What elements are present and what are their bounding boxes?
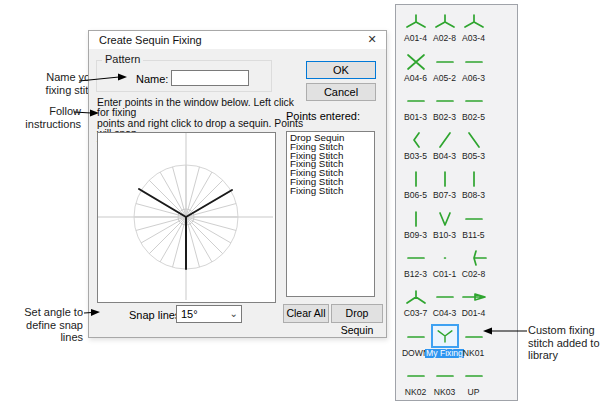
stitch-icon-box[interactable] [402,286,430,308]
library-item-nk01[interactable]: NK01 [459,321,488,360]
diagf-stitch-icon [431,130,459,150]
cross-stitch-icon [402,52,430,72]
library-item-label: C02-8 [462,270,485,279]
stitch-icon-box[interactable] [402,168,430,190]
linetri-stitch-icon [460,287,488,307]
library-item-label: B08-3 [462,191,485,200]
library-item-b02-5[interactable]: B02-5 [459,86,488,125]
library-item-nk02[interactable]: NK02 [401,361,430,400]
library-item-label: B10-3 [433,231,456,240]
close-icon[interactable]: ✕ [358,31,386,49]
points-entered-list[interactable]: Drop SequinFixing StitchFixing StitchFix… [286,131,375,297]
stitch-icon-box[interactable] [431,286,459,308]
stitch-drawing-canvas[interactable] [97,132,276,303]
stitch-icon-box[interactable] [460,247,488,269]
library-item-b03-5[interactable]: B03-5 [401,125,430,164]
stitch-icon-box[interactable] [402,247,430,269]
library-item-c01-1[interactable]: C01-1 [430,243,459,282]
stitch-icon-box[interactable] [431,208,459,230]
library-item-b02-3[interactable]: B02-3 [430,86,459,125]
clear-all-button[interactable]: Clear All [283,304,329,323]
dash-stitch-icon [402,91,430,111]
library-item-a01-4[interactable]: A01-4 [401,7,430,46]
dialog-titlebar[interactable]: Create Sequin Fixing ✕ [89,31,386,49]
snap-lines-value: 15° [181,307,198,322]
library-item-c02-8[interactable]: C02-8 [459,243,488,282]
library-item-a03-4[interactable]: A03-4 [459,7,488,46]
library-item-b09-3[interactable]: B09-3 [401,203,430,242]
library-item-a06-3[interactable]: A06-3 [459,46,488,85]
dash-stitch-icon [402,366,430,386]
library-item-b12-3[interactable]: B12-3 [401,243,430,282]
stitch-icon-box[interactable] [402,326,430,348]
library-item-label: B12-3 [404,270,427,279]
stitch-icon-box[interactable] [460,326,488,348]
dash-stitch-icon [431,287,459,307]
stitch-icon-box[interactable] [460,90,488,112]
library-item-d01-4[interactable]: D01-4 [459,282,488,321]
library-item-c04-3[interactable]: C04-3 [430,282,459,321]
stitch-library-grid: A01-4A02-8A03-4A04-6A05-2A06-3B01-3B02-3… [401,7,489,400]
library-item-c03-7[interactable]: C03-7 [401,282,430,321]
annotation-name-your-fixing-stitch: Name your fixing stitch [10,71,100,96]
library-item-b07-3[interactable]: B07-3 [430,164,459,203]
stitch-icon-box[interactable] [460,129,488,151]
vbar-stitch-icon [431,169,459,189]
stitch-icon-box[interactable] [460,365,488,387]
stitch-icon-box[interactable] [402,51,430,73]
angleleft-stitch-icon [402,130,430,150]
stitch-icon-box[interactable] [402,90,430,112]
stitch-icon-box[interactable] [431,129,459,151]
dash-stitch-icon [460,366,488,386]
stitch-icon-box[interactable] [460,168,488,190]
dash-stitch-icon [431,366,459,386]
stitch-icon-box[interactable] [402,208,430,230]
library-item-b11-5[interactable]: B11-5 [459,203,488,242]
stitch-icon-box[interactable] [460,51,488,73]
library-item-a02-8[interactable]: A02-8 [430,7,459,46]
snap-lines-dropdown[interactable]: 15° ⌄ [176,305,242,323]
library-item-a04-6[interactable]: A04-6 [401,46,430,85]
vbar-stitch-icon [402,169,430,189]
name-input[interactable] [171,70,249,86]
library-item-my-fixing[interactable]: My Fixing [430,321,459,360]
points-list-item[interactable]: Fixing Stitch [290,187,374,196]
stitch-library-panel: A01-4A02-8A03-4A04-6A05-2A06-3B01-3B02-3… [395,4,518,401]
stitch-icon-box[interactable] [431,90,459,112]
library-item-b10-3[interactable]: B10-3 [430,203,459,242]
library-item-label: A02-8 [433,34,456,43]
vee-stitch-icon [431,209,459,229]
drop-sequin-button[interactable]: Drop Sequin [331,304,383,323]
ok-button[interactable]: OK [306,61,376,79]
library-item-up[interactable]: UP [459,361,488,400]
stitch-icon-box[interactable] [460,286,488,308]
stitch-icon-box[interactable] [431,11,459,33]
library-item-b04-3[interactable]: B04-3 [430,125,459,164]
library-item-nk03[interactable]: NK03 [430,361,459,400]
ydown-stitch-icon [402,12,430,32]
library-item-label: NK03 [434,388,456,397]
stitch-icon-box[interactable] [460,11,488,33]
stitch-icon-box[interactable] [402,365,430,387]
library-item-label: B07-3 [433,191,456,200]
library-item-b05-3[interactable]: B05-3 [459,125,488,164]
library-item-b06-5[interactable]: B06-5 [401,164,430,203]
cancel-button[interactable]: Cancel [306,83,376,101]
stitch-icon-box[interactable] [402,11,430,33]
stitch-icon-box[interactable] [431,247,459,269]
stitch-icon-box[interactable] [431,168,459,190]
vbar-stitch-icon [460,169,488,189]
stitch-icon-box[interactable] [402,129,430,151]
snap-lines-fan [98,133,273,300]
stitch-icon-box[interactable] [431,51,459,73]
stitch-icon-box[interactable] [431,365,459,387]
library-item-label: UP [468,388,480,397]
ydown-stitch-icon [431,12,459,32]
stitch-icon-box[interactable] [460,208,488,230]
selected-stitch-icon-box[interactable] [431,324,459,348]
library-item-a05-2[interactable]: A05-2 [430,46,459,85]
library-item-label: B06-5 [404,191,427,200]
library-item-b01-3[interactable]: B01-3 [401,86,430,125]
dot-stitch-icon [431,248,459,268]
library-item-b08-3[interactable]: B08-3 [459,164,488,203]
